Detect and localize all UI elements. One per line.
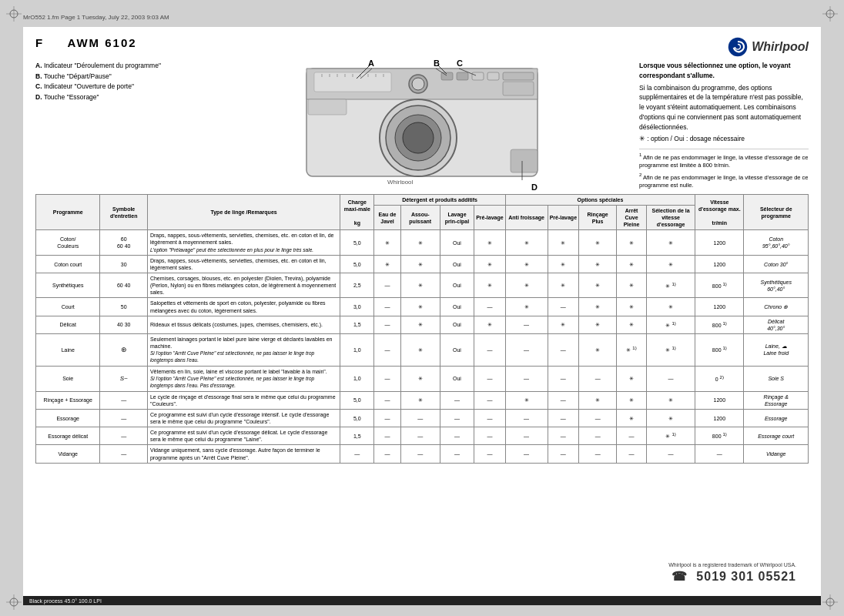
cell-programme: Coton/Couleurs — [36, 230, 100, 256]
label-a: A — [368, 59, 374, 68]
bottom-bar: Black process 45.0° 100.0 LPI — [23, 596, 821, 605]
cell-arret-cv: ✳ — [617, 298, 647, 316]
cell-eau-javel: — — [374, 273, 400, 298]
cell-selecteur: Laine, ☁Laine froid — [744, 333, 809, 366]
left-panel: A. Indicateur "Déroulement du programme"… — [35, 61, 205, 189]
cell-anti-fr: — — [505, 333, 548, 366]
bottom-bar-text: Black process 45.0° 100.0 LPI — [29, 598, 102, 604]
table-row: Essorage — Ce programme est suivi d'un c… — [36, 410, 809, 427]
model-area: F AWM 6102 — [35, 36, 137, 52]
cell-type: Salopettes et vêtements de sport en coto… — [147, 298, 340, 316]
cell-type: Draps, nappes, sous-vêtements, serviette… — [147, 256, 340, 273]
svg-rect-34 — [487, 72, 499, 80]
cell-assou: ✳ — [400, 298, 440, 316]
cell-assou: ✳ — [400, 256, 440, 273]
cell-assou: — — [400, 445, 440, 463]
cell-assou: — — [400, 410, 440, 427]
page-outer: MrO552 1.fm Page 1 Tuesday, July 22, 200… — [0, 0, 844, 616]
legend-item-c: C. Indicateur "Ouverture de porte" — [35, 82, 205, 92]
label-c: C — [457, 59, 463, 68]
cell-sel-vit: ✳ — [646, 391, 695, 409]
cell-vitesse: 800 1) — [695, 273, 744, 298]
cell-selecteur: Essorage — [744, 410, 809, 427]
cell-charge: 2,5 — [340, 273, 374, 298]
center-panel: A B C D — [213, 61, 631, 189]
cell-anti-fr: — — [505, 366, 548, 391]
page-content: F AWM 6102 Whirlpool A. I — [23, 27, 821, 601]
svg-rect-41 — [511, 149, 538, 172]
model-number: AWM 6102 — [67, 36, 136, 49]
cell-anti-fr: — — [505, 316, 548, 333]
cell-lavage: Oui — [440, 333, 474, 366]
cell-symbole: 40 30 — [100, 316, 147, 333]
cell-pre-lav2: ✳ — [548, 316, 579, 333]
table-row: Vidange — Vidange uniquement, sans cycle… — [36, 445, 809, 463]
cell-assou: ✳ — [400, 273, 440, 298]
cell-charge: 5,0 — [340, 230, 374, 256]
right-main-text: Lorsque vous sélectionnez une option, le… — [639, 61, 809, 144]
col-lavage-princ: Lavage prin-cipal — [440, 206, 474, 230]
cell-programme: Laine — [36, 333, 100, 366]
cell-assou: ✳ — [400, 391, 440, 409]
cell-charge: 1,0 — [340, 366, 374, 391]
table-row: Soie S~ Vêtements en lin, soie, laine et… — [36, 366, 809, 391]
cell-vitesse: 1200 — [695, 256, 744, 273]
cell-pre-lav2: — — [548, 298, 579, 316]
machine-diagram: Whirlpool — [299, 65, 545, 184]
cell-eau-javel: — — [374, 427, 400, 445]
col-arret-cuve: Arrêt Cuve Pleine — [617, 206, 647, 230]
corner-mark-bl — [6, 594, 22, 610]
main-area: A. Indicateur "Déroulement du programme"… — [35, 61, 809, 189]
cell-lavage: — — [440, 445, 474, 463]
cell-charge: 1,5 — [340, 427, 374, 445]
svg-rect-36 — [503, 82, 534, 95]
table-row: Essorage délicat — Ce programme est suiv… — [36, 427, 809, 445]
label-d: D — [531, 182, 538, 192]
logo-text: Whirlpool — [752, 40, 809, 54]
cell-rinc-plus: — — [579, 445, 617, 463]
col-detergent-group: Détergent et produits additifs — [374, 195, 505, 206]
cell-type: Ce programme est suivi d'un cycle d'esso… — [147, 427, 340, 445]
cell-sel-vit: ✳ 1) — [646, 273, 695, 298]
svg-rect-37 — [308, 99, 347, 115]
legend-item-a: A. Indicateur "Déroulement du programme" — [35, 61, 205, 72]
cell-assou: ✳ — [400, 230, 440, 256]
cell-arret-cv: ✳ — [617, 410, 647, 427]
cell-eau-javel: — — [374, 366, 400, 391]
cell-sel-vit: — — [646, 445, 695, 463]
cell-pre-lav: — — [474, 410, 506, 427]
cell-selecteur: Vidange — [744, 445, 809, 463]
whirlpool-logo-icon — [727, 36, 749, 58]
cell-programme: Rinçage + Essorage — [36, 391, 100, 409]
label-b: B — [434, 59, 440, 68]
col-pre-lavage: Pré-lavage — [474, 206, 506, 230]
right-panel: Lorsque vous sélectionnez une option, le… — [639, 61, 809, 189]
cell-vitesse: — — [695, 445, 744, 463]
cell-symbole: — — [100, 410, 147, 427]
cell-type: Vêtements en lin, soie, laine et viscose… — [147, 366, 340, 391]
cell-symbole: — — [100, 427, 147, 445]
cell-symbole: 6060 40 — [100, 230, 147, 256]
cell-vitesse: 1200 — [695, 298, 744, 316]
cell-pre-lav: ✳ — [474, 230, 506, 256]
cell-eau-javel: ✳ — [374, 230, 400, 256]
cell-selecteur: Synthétiques60°,40° — [744, 273, 809, 298]
cell-arret-cv: ✳ — [617, 316, 647, 333]
cell-pre-lav: — — [474, 391, 506, 409]
cell-lavage: — — [440, 410, 474, 427]
cell-programme: Synthétiques — [36, 273, 100, 298]
cell-pre-lav2: — — [548, 391, 579, 409]
cell-rinc-plus: — — [579, 366, 617, 391]
cell-anti-fr: ✳ — [505, 298, 548, 316]
cell-pre-lav2: — — [548, 410, 579, 427]
phone-icon: ☎ — [672, 570, 688, 583]
cell-selecteur: Rinçage &Essorage — [744, 391, 809, 409]
cell-vitesse: 1200 — [695, 230, 744, 256]
svg-rect-31 — [441, 72, 453, 80]
cell-type: Vidange uniquement, sans cycle d'essorag… — [147, 445, 340, 463]
cell-rinc-plus: ✳ — [579, 273, 617, 298]
cell-arret-cv: ✳ — [617, 391, 647, 409]
cell-eau-javel: — — [374, 445, 400, 463]
cell-vitesse: 800 1) — [695, 427, 744, 445]
cell-pre-lav: — — [474, 366, 506, 391]
